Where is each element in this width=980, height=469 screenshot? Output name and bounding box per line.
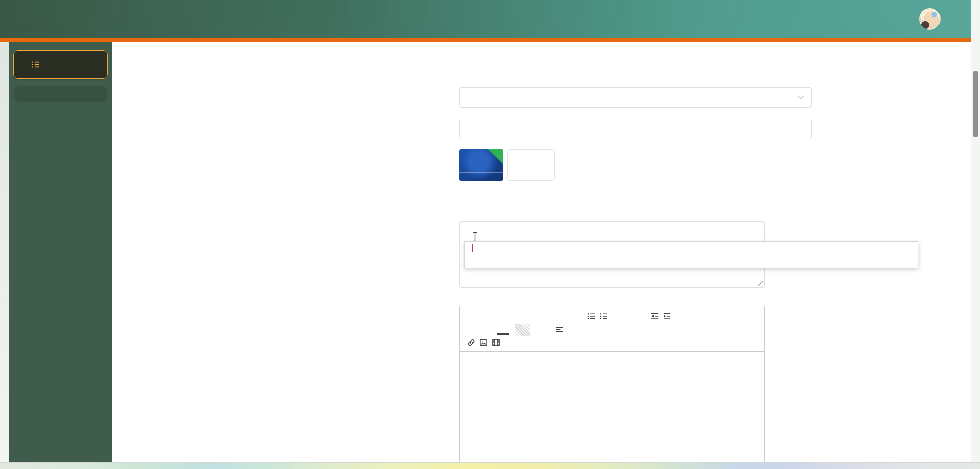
ime-popup <box>464 241 918 268</box>
ime-candidate-list <box>465 255 918 268</box>
left-gutter <box>0 42 9 463</box>
sidebar-item-system-management[interactable] <box>13 50 108 79</box>
uploaded-image-thumbnail[interactable] <box>459 149 503 181</box>
main-content <box>112 42 971 463</box>
background-color-button[interactable] <box>515 324 530 336</box>
italic-button[interactable] <box>477 310 489 323</box>
resize-grip-icon[interactable] <box>758 281 763 286</box>
indent-icon[interactable] <box>661 310 673 323</box>
underline-button[interactable] <box>489 310 502 323</box>
subscript-button[interactable] <box>617 310 629 323</box>
image-icon[interactable] <box>477 336 489 349</box>
upload-success-corner <box>488 149 503 164</box>
outdent-icon[interactable] <box>648 310 661 323</box>
scrollbar-thumb[interactable] <box>973 71 978 137</box>
blockquote-button[interactable] <box>521 308 534 325</box>
avatar[interactable] <box>919 8 941 30</box>
text-color-button[interactable] <box>497 325 509 335</box>
header-accent-bar <box>0 38 971 42</box>
editor-toolbar <box>460 306 764 352</box>
rich-text-editor <box>459 306 765 469</box>
text-caret <box>466 225 466 232</box>
sogou-logo-icon <box>901 243 913 254</box>
align-icon[interactable] <box>553 324 565 336</box>
video-icon[interactable] <box>489 336 502 349</box>
sidebar <box>9 42 112 463</box>
bottom-edge-strip <box>0 462 980 469</box>
image-label <box>240 154 353 164</box>
editor-body[interactable] <box>460 352 764 365</box>
ordered-list-icon[interactable] <box>585 310 597 323</box>
strikethrough-button[interactable] <box>502 310 514 323</box>
system-management-submenu <box>15 86 106 99</box>
header <box>0 0 971 38</box>
chevron-down-icon <box>797 95 804 100</box>
bold-button[interactable] <box>465 310 477 323</box>
header1-button[interactable] <box>553 310 565 323</box>
thumbnail-divider <box>459 172 503 173</box>
link-icon[interactable] <box>465 336 477 349</box>
category-select[interactable] <box>459 87 812 108</box>
superscript-button[interactable] <box>629 310 641 323</box>
upload-button[interactable] <box>507 149 555 181</box>
app-window <box>0 0 980 469</box>
bullet-list-icon[interactable] <box>597 310 609 323</box>
publisher-input[interactable] <box>459 119 812 139</box>
user-menu[interactable] <box>919 8 952 30</box>
content-label <box>240 302 353 312</box>
clear-format-button[interactable] <box>569 324 582 336</box>
header2-button[interactable] <box>565 310 578 323</box>
settings-list-icon <box>30 59 40 70</box>
ime-caret <box>472 244 473 252</box>
code-button[interactable] <box>534 310 546 323</box>
vertical-scrollbar[interactable] <box>971 0 980 469</box>
